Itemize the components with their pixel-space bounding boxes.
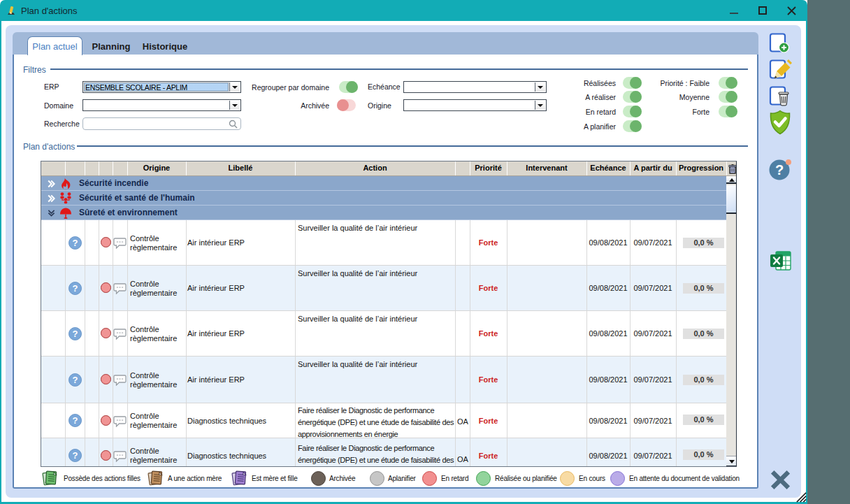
svg-text:?: ? [775,162,784,178]
